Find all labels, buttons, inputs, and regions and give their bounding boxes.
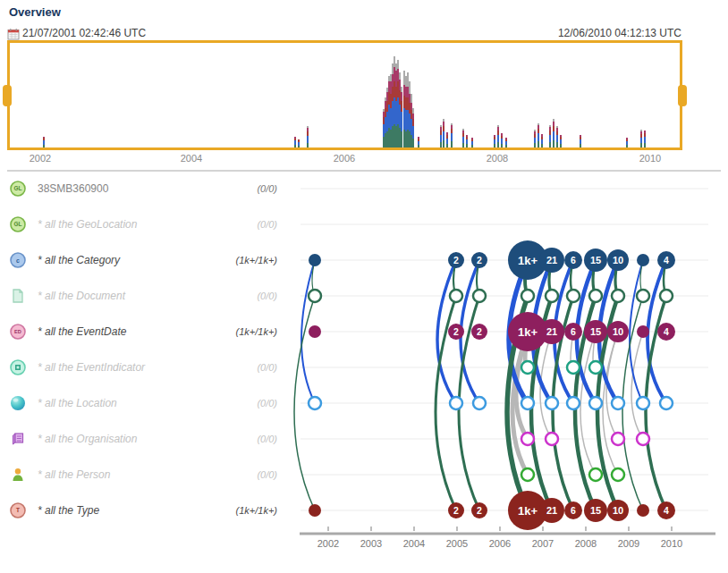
chart-node-location[interactable]: [612, 397, 624, 409]
chart-node-document[interactable]: [473, 290, 486, 302]
entity-label: 38SMB360900: [38, 182, 108, 195]
chart-bubble-type[interactable]: [448, 502, 464, 518]
entity-row-type[interactable]: T* all the Type(1k+/1k+): [9, 493, 277, 528]
chart-bubble-category[interactable]: [584, 249, 607, 272]
chart-bubble-category[interactable]: [309, 254, 321, 266]
chart-bubble-category[interactable]: [637, 254, 649, 266]
chart-bubble-type[interactable]: [564, 501, 582, 519]
entity-count: (0/0): [257, 434, 277, 444]
chart-node-person[interactable]: [521, 468, 534, 481]
range-start-date: 21/07/2001 02:42:46 UTC: [22, 27, 146, 39]
chart-bubble-type[interactable]: [607, 500, 629, 521]
top-axis-year-label: 2002: [30, 153, 51, 164]
chart-bubble-eventdate[interactable]: [637, 325, 649, 338]
chart-bubble-category[interactable]: [607, 249, 629, 271]
eventindicator-icon: [9, 358, 27, 376]
range-end-date: 12/06/2010 04:12:13 UTC: [558, 27, 681, 39]
chart-node-document[interactable]: [589, 290, 602, 302]
entity-row-location[interactable]: * all the Location(0/0): [9, 385, 277, 421]
chart-node-organisation[interactable]: [521, 433, 534, 445]
entity-count: (0/0): [257, 219, 277, 230]
date-range-bar: 21/07/2001 02:42:46 UTC 12/06/2010 04:12…: [7, 27, 721, 41]
top-axis-year-label: 2004: [181, 153, 202, 164]
chart-node-document[interactable]: [309, 290, 321, 302]
chart-node-document[interactable]: [637, 290, 649, 302]
chart-bubble-type[interactable]: [539, 498, 564, 523]
chart-node-location[interactable]: [450, 397, 462, 409]
chart-node-organisation[interactable]: [546, 433, 558, 445]
chart-node-location[interactable]: [309, 397, 321, 409]
entity-row-category[interactable]: c* all the Category(1k+/1k+): [9, 242, 277, 278]
chart-node-document[interactable]: [612, 290, 624, 302]
chart-node-document[interactable]: [450, 290, 462, 302]
location-icon: [9, 394, 27, 412]
entity-count: (1k+/1k+): [236, 326, 277, 337]
chart-bubble-category[interactable]: [539, 248, 564, 273]
chart-bubble-eventdate[interactable]: [539, 319, 564, 344]
chart-bubble-category[interactable]: [564, 251, 582, 269]
document-icon: [9, 287, 27, 305]
node-layer: 2222221k+1k+1k+212121666151515101010444: [309, 240, 675, 530]
edge-eventdate-organisation: [540, 332, 552, 439]
chart-node-person[interactable]: [612, 468, 624, 481]
entity-row-document[interactable]: * all the Document(0/0): [9, 278, 277, 314]
timeline-brush[interactable]: [7, 40, 682, 150]
entity-row-geolocation[interactable]: GL* all the GeoLocation(0/0): [9, 206, 277, 242]
chart-bubble-eventdate[interactable]: [564, 323, 582, 341]
brush-handle-left[interactable]: [3, 85, 12, 106]
chart-bubble-category[interactable]: [657, 251, 675, 269]
entity-count: (0/0): [257, 398, 277, 409]
svg-text:GL: GL: [13, 221, 21, 227]
chart-node-location[interactable]: [546, 397, 558, 409]
svg-text:c: c: [16, 257, 20, 264]
chart-bubble-eventdate[interactable]: [657, 323, 675, 341]
bottom-axis-year-label: 2010: [661, 538, 682, 549]
chart-node-organisation[interactable]: [637, 433, 649, 445]
chart-bubble-type[interactable]: [309, 504, 321, 517]
entity-label: * all the Location: [38, 397, 117, 409]
chart-bubble-eventdate[interactable]: [309, 325, 321, 338]
chart-node-location[interactable]: [521, 397, 534, 409]
chart-node-eventindicator[interactable]: [521, 361, 534, 374]
entity-label: * all the GeoLocation: [38, 218, 137, 231]
chart-node-eventindicator[interactable]: [567, 361, 580, 374]
chart-bubble-eventdate[interactable]: [584, 320, 607, 343]
chart-bubble-type[interactable]: [584, 499, 607, 522]
entity-label: * all the EventDate: [38, 325, 126, 338]
chart-node-location[interactable]: [660, 397, 673, 409]
chart-node-location[interactable]: [567, 397, 580, 409]
calendar-icon[interactable]: [7, 28, 20, 40]
chart-bubble-category[interactable]: [471, 252, 487, 268]
bottom-axis-year-label: 2008: [575, 538, 597, 549]
entity-row-person[interactable]: * all the Person(0/0): [9, 457, 277, 493]
top-axis-year-label: 2010: [639, 153, 661, 164]
entity-label: * all the EventIndicator: [38, 361, 145, 374]
chart-bubble-eventdate[interactable]: [607, 321, 629, 342]
top-axis-year-label: 2008: [487, 153, 508, 164]
chart-node-person[interactable]: [589, 468, 602, 481]
entity-row-eventindicator[interactable]: * all the EventIndicator(0/0): [9, 350, 277, 385]
entity-count: (0/0): [257, 469, 277, 480]
entity-row-eventdate[interactable]: ED* all the EventDate(1k+/1k+): [9, 314, 277, 350]
entity-row-item[interactable]: GL38SMB360900(0/0): [9, 171, 277, 206]
chart-bubble-type[interactable]: [637, 504, 649, 517]
bottom-axis-year-label: 2007: [532, 538, 554, 549]
chart-node-location[interactable]: [473, 397, 486, 409]
chart-bubble-eventdate[interactable]: [448, 324, 464, 340]
chart-node-document[interactable]: [521, 290, 534, 302]
page-title: Overview: [9, 5, 61, 19]
chart-node-document[interactable]: [567, 290, 580, 302]
brush-handle-right[interactable]: [678, 85, 687, 106]
chart-bubble-category[interactable]: [448, 252, 464, 268]
entity-row-organisation[interactable]: * all the Organisation(0/0): [9, 421, 277, 457]
chart-bubble-type[interactable]: [657, 501, 675, 519]
chart-node-eventindicator[interactable]: [589, 361, 602, 374]
chart-bubble-eventdate[interactable]: [471, 324, 487, 340]
chart-node-organisation[interactable]: [612, 433, 624, 445]
chart-node-location[interactable]: [589, 397, 602, 409]
chart-node-document[interactable]: [660, 290, 673, 302]
chart-node-location[interactable]: [637, 397, 649, 409]
chart-node-document[interactable]: [546, 290, 558, 302]
eventdate-icon: ED: [9, 323, 27, 341]
chart-bubble-type[interactable]: [471, 502, 487, 518]
